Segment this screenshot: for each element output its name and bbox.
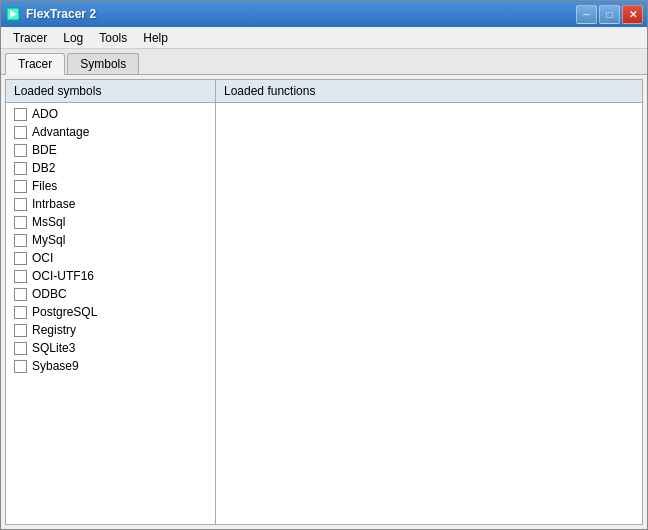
- title-bar-left: FlexTracer 2: [5, 6, 96, 22]
- left-panel: Loaded symbols ADOAdvantageBDEDB2FilesIn…: [6, 80, 216, 524]
- menu-tools[interactable]: Tools: [91, 29, 135, 47]
- symbol-name: Sybase9: [32, 359, 79, 373]
- list-item[interactable]: DB2: [6, 159, 215, 177]
- symbol-name: Intrbase: [32, 197, 75, 211]
- symbol-checkbox[interactable]: [14, 270, 27, 283]
- symbol-name: OCI-UTF16: [32, 269, 94, 283]
- symbol-name: BDE: [32, 143, 57, 157]
- menu-bar: Tracer Log Tools Help: [1, 27, 647, 49]
- symbol-checkbox[interactable]: [14, 252, 27, 265]
- close-button[interactable]: ✕: [622, 5, 643, 24]
- symbol-name: MySql: [32, 233, 65, 247]
- symbol-checkbox[interactable]: [14, 216, 27, 229]
- symbol-checkbox[interactable]: [14, 198, 27, 211]
- list-item[interactable]: ODBC: [6, 285, 215, 303]
- symbols-list: ADOAdvantageBDEDB2FilesIntrbaseMsSqlMySq…: [6, 103, 215, 524]
- app-icon: [5, 6, 21, 22]
- symbol-checkbox[interactable]: [14, 126, 27, 139]
- symbol-name: DB2: [32, 161, 55, 175]
- loaded-symbols-header: Loaded symbols: [6, 80, 215, 103]
- right-panel: Loaded functions: [216, 80, 642, 524]
- list-item[interactable]: Intrbase: [6, 195, 215, 213]
- symbol-name: SQLite3: [32, 341, 75, 355]
- content-area: Loaded symbols ADOAdvantageBDEDB2FilesIn…: [5, 79, 643, 525]
- list-item[interactable]: Sybase9: [6, 357, 215, 375]
- symbol-checkbox[interactable]: [14, 288, 27, 301]
- symbol-checkbox[interactable]: [14, 360, 27, 373]
- list-item[interactable]: MySql: [6, 231, 215, 249]
- window-title: FlexTracer 2: [26, 7, 96, 21]
- minimize-button[interactable]: ─: [576, 5, 597, 24]
- main-content: Loaded symbols ADOAdvantageBDEDB2FilesIn…: [1, 75, 647, 529]
- symbol-checkbox[interactable]: [14, 162, 27, 175]
- symbol-name: Advantage: [32, 125, 89, 139]
- list-item[interactable]: MsSql: [6, 213, 215, 231]
- tab-tracer[interactable]: Tracer: [5, 53, 65, 75]
- tab-symbols[interactable]: Symbols: [67, 53, 139, 74]
- symbol-checkbox[interactable]: [14, 306, 27, 319]
- title-bar: FlexTracer 2 ─ □ ✕: [1, 1, 647, 27]
- symbol-checkbox[interactable]: [14, 234, 27, 247]
- list-item[interactable]: PostgreSQL: [6, 303, 215, 321]
- list-item[interactable]: BDE: [6, 141, 215, 159]
- main-window: FlexTracer 2 ─ □ ✕ Tracer Log Tools Help…: [0, 0, 648, 530]
- title-buttons: ─ □ ✕: [576, 5, 643, 24]
- list-item[interactable]: ADO: [6, 105, 215, 123]
- menu-log[interactable]: Log: [55, 29, 91, 47]
- menu-tracer[interactable]: Tracer: [5, 29, 55, 47]
- symbol-name: MsSql: [32, 215, 65, 229]
- list-item[interactable]: SQLite3: [6, 339, 215, 357]
- symbol-checkbox[interactable]: [14, 144, 27, 157]
- list-item[interactable]: OCI-UTF16: [6, 267, 215, 285]
- list-item[interactable]: Registry: [6, 321, 215, 339]
- maximize-button[interactable]: □: [599, 5, 620, 24]
- symbol-name: PostgreSQL: [32, 305, 97, 319]
- tab-bar: Tracer Symbols: [1, 49, 647, 75]
- symbol-name: Files: [32, 179, 57, 193]
- menu-help[interactable]: Help: [135, 29, 176, 47]
- symbol-name: OCI: [32, 251, 53, 265]
- symbol-checkbox[interactable]: [14, 180, 27, 193]
- loaded-functions-header: Loaded functions: [216, 80, 642, 103]
- symbol-checkbox[interactable]: [14, 324, 27, 337]
- symbol-name: Registry: [32, 323, 76, 337]
- symbol-checkbox[interactable]: [14, 108, 27, 121]
- list-item[interactable]: Files: [6, 177, 215, 195]
- symbol-name: ADO: [32, 107, 58, 121]
- symbol-name: ODBC: [32, 287, 67, 301]
- symbol-checkbox[interactable]: [14, 342, 27, 355]
- list-item[interactable]: OCI: [6, 249, 215, 267]
- list-item[interactable]: Advantage: [6, 123, 215, 141]
